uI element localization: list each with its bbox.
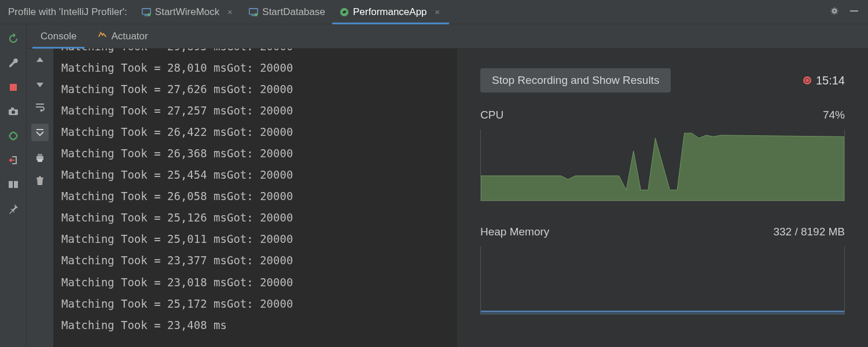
console-output[interactable]: Matching Took = 29,895 msGot: 20000Match… [53, 49, 457, 347]
close-icon[interactable]: × [433, 8, 442, 17]
svg-rect-8 [10, 84, 17, 91]
console-line: Matching Took = 25,126 msGot: 20000 [61, 207, 457, 228]
svg-rect-11 [11, 108, 14, 109]
scroll-up-icon[interactable] [34, 54, 46, 67]
cpu-value: 74% [823, 109, 845, 121]
console-line: Matching Took = 26,058 msGot: 20000 [61, 186, 457, 207]
trash-icon[interactable] [34, 175, 46, 187]
console-line: Matching Took = 23,018 msGot: 20000 [61, 272, 457, 293]
soft-wrap-icon[interactable] [34, 101, 46, 113]
heap-chart [480, 246, 845, 315]
camera-icon[interactable] [7, 105, 20, 118]
console-line: Matching Took = 23,377 msGot: 20000 [61, 250, 457, 271]
gear-icon[interactable] [829, 5, 840, 19]
pin-icon[interactable] [7, 202, 20, 215]
svg-rect-13 [9, 181, 13, 188]
svg-point-10 [12, 110, 15, 114]
actuator-tab[interactable]: Actuator [89, 24, 156, 48]
scroll-to-end-icon[interactable] [31, 124, 49, 141]
svg-point-5 [255, 13, 258, 16]
stop-recording-button[interactable]: Stop Recording and Show Results [480, 68, 671, 93]
console-line: Matching Took = 23,408 ms [61, 315, 457, 336]
rerun-icon[interactable] [7, 32, 20, 45]
console-line: Matching Took = 26,422 msGot: 20000 [61, 121, 457, 143]
tab-startwiremock[interactable]: StartWireMock × [134, 0, 241, 24]
svg-rect-17 [38, 159, 42, 162]
app-icon [141, 7, 152, 17]
console-line: Matching Took = 26,368 msGot: 20000 [61, 143, 457, 164]
console-line: Matching Took = 27,626 msGot: 20000 [61, 79, 457, 100]
layout-icon[interactable] [7, 178, 20, 191]
minimize-icon[interactable] [848, 5, 860, 19]
record-icon [803, 76, 811, 84]
tab-label: Actuator [111, 31, 148, 42]
svg-rect-7 [850, 10, 858, 12]
console-line: Matching Took = 25,454 msGot: 20000 [61, 164, 457, 186]
tab-label: StartWireMock [155, 6, 219, 18]
elapsed-time: 15:14 [816, 74, 845, 87]
tab-label: StartDatabase [262, 6, 325, 18]
close-icon[interactable]: × [225, 8, 234, 17]
heap-value: 332 / 8192 MB [773, 226, 845, 238]
spring-icon [339, 7, 350, 17]
console-action-gutter [27, 49, 53, 347]
svg-point-2 [148, 13, 150, 16]
tab-label: Console [41, 31, 76, 42]
profile-bug-icon[interactable] [7, 130, 20, 142]
tab-performanceapp[interactable]: PerformanceApp × [332, 0, 449, 24]
console-line: Matching Took = 27,257 msGot: 20000 [61, 100, 457, 121]
actuator-icon [97, 29, 108, 43]
exit-icon[interactable] [7, 154, 20, 167]
heap-label: Heap Memory [480, 226, 549, 238]
tab-label: PerformanceApp [353, 6, 427, 18]
app-icon [248, 7, 259, 17]
profiler-panel: Stop Recording and Show Results 15:14 CP… [457, 49, 868, 347]
tool-gutter-left [0, 24, 27, 347]
cpu-label: CPU [480, 109, 503, 121]
console-line: Matching Took = 28,010 msGot: 20000 [61, 57, 457, 79]
console-tab[interactable]: Console [32, 24, 84, 48]
svg-rect-16 [38, 154, 42, 156]
profiler-label: Profile with 'IntelliJ Profiler': [5, 6, 134, 18]
cpu-chart [480, 130, 845, 201]
wrench-icon[interactable] [7, 57, 20, 69]
recording-timer: 15:14 [803, 74, 845, 87]
console-line: Matching Took = 25,011 msGot: 20000 [61, 228, 457, 250]
console-line: Matching Took = 25,172 msGot: 20000 [61, 293, 457, 315]
run-config-tabs: StartWireMock × StartDatabase Performanc… [134, 0, 449, 24]
print-icon[interactable] [34, 152, 46, 164]
scroll-down-icon[interactable] [34, 77, 46, 90]
titlebar: Profile with 'IntelliJ Profiler': StartW… [0, 0, 868, 24]
svg-rect-14 [14, 181, 18, 188]
tab-startdatabase[interactable]: StartDatabase [241, 0, 332, 24]
stop-icon[interactable] [7, 81, 20, 94]
console-tabbar: Console Actuator [27, 24, 868, 49]
console-line: Matching Took = 29,895 msGot: 20000 [61, 49, 457, 57]
